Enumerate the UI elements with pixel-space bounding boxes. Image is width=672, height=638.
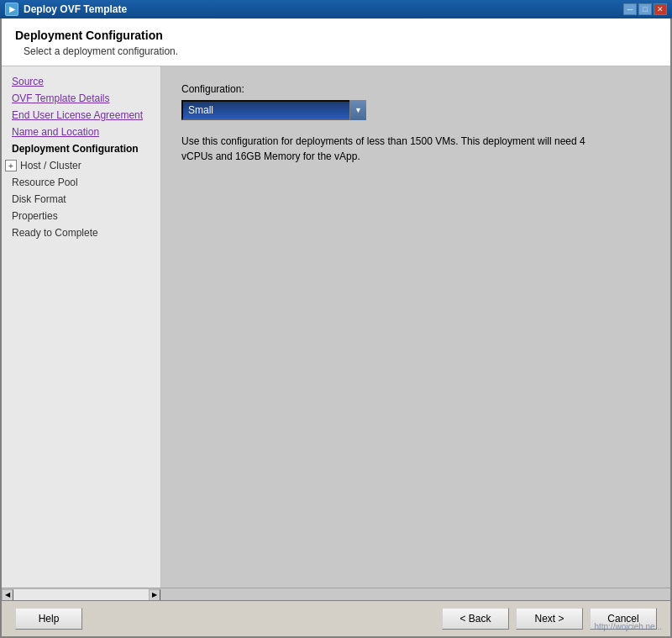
main-window: Deployment Configuration Select a deploy… bbox=[0, 18, 672, 638]
configuration-select-wrapper[interactable]: Small Medium Large ▼ bbox=[181, 100, 366, 120]
configuration-description: Use this configuration for deployments o… bbox=[181, 134, 601, 164]
page-title: Deployment Configuration bbox=[15, 29, 657, 42]
app-icon: ▶ bbox=[5, 3, 18, 16]
scroll-left-button[interactable]: ◀ bbox=[2, 589, 13, 601]
horizontal-scrollbar: ◀ ▶ bbox=[2, 588, 161, 600]
back-button[interactable]: < Back bbox=[442, 608, 509, 630]
title-bar-controls: ─ □ ✕ bbox=[623, 3, 667, 15]
sidebar-item-resource-pool: Resource Pool bbox=[2, 174, 160, 191]
header-area: Deployment Configuration Select a deploy… bbox=[2, 18, 670, 66]
sidebar-item-properties: Properties bbox=[2, 208, 160, 224]
sidebar: Source OVF Template Details End User Lic… bbox=[2, 66, 161, 588]
sidebar-item-eula[interactable]: End User License Agreement bbox=[2, 107, 160, 124]
title-bar: ▶ Deploy OVF Template ─ □ ✕ bbox=[0, 0, 672, 18]
page-subtitle: Select a deployment configuration. bbox=[24, 45, 657, 57]
minimize-button[interactable]: ─ bbox=[623, 3, 637, 15]
content-area: Source OVF Template Details End User Lic… bbox=[2, 66, 670, 588]
sidebar-item-ovf-template-details[interactable]: OVF Template Details bbox=[2, 90, 160, 107]
close-button[interactable]: ✕ bbox=[654, 3, 667, 15]
configuration-select[interactable]: Small Medium Large bbox=[181, 100, 366, 120]
watermark: http://wojcieh.ne... bbox=[594, 622, 662, 631]
sidebar-item-host-cluster[interactable]: + Host / Cluster bbox=[2, 157, 160, 174]
sidebar-item-ready-to-complete: Ready to Complete bbox=[2, 224, 160, 241]
scrollbar-track bbox=[13, 589, 149, 601]
main-panel-bottom bbox=[161, 588, 670, 600]
bottom-scrollbar-row: ◀ ▶ bbox=[2, 588, 670, 600]
sidebar-item-deployment-configuration: Deployment Configuration bbox=[2, 140, 160, 157]
help-button[interactable]: Help bbox=[15, 608, 82, 630]
sidebar-item-source[interactable]: Source bbox=[2, 73, 160, 90]
expand-icon[interactable]: + bbox=[5, 160, 17, 171]
main-panel: Configuration: Small Medium Large ▼ Use … bbox=[161, 66, 670, 588]
restore-button[interactable]: □ bbox=[638, 3, 652, 15]
sidebar-item-name-and-location[interactable]: Name and Location bbox=[2, 124, 160, 140]
configuration-label: Configuration: bbox=[181, 83, 650, 95]
footer: Help < Back Next > Cancel bbox=[2, 600, 670, 636]
next-button[interactable]: Next > bbox=[516, 608, 583, 630]
app-icon-symbol: ▶ bbox=[9, 5, 15, 13]
sidebar-item-disk-format: Disk Format bbox=[2, 191, 160, 208]
title-bar-left: ▶ Deploy OVF Template bbox=[5, 3, 127, 16]
sidebar-item-host-cluster-label: Host / Cluster bbox=[20, 160, 81, 171]
footer-left: Help bbox=[15, 608, 82, 630]
scroll-right-button[interactable]: ▶ bbox=[149, 589, 160, 601]
window-title: Deploy OVF Template bbox=[24, 3, 127, 15]
